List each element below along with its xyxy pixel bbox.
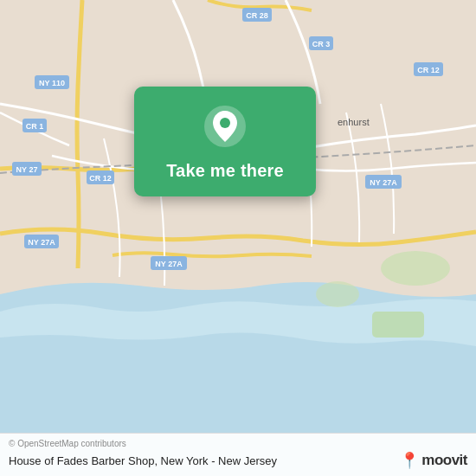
map-background: CR 28 NY 110 CR 3 CR 12 CR 47 CR 1 NY 27… [0,0,476,476]
svg-point-1 [381,251,450,286]
svg-text:NY 27A: NY 27A [28,238,55,247]
take-me-there-card[interactable]: Take me there [134,87,316,196]
bottom-bar: © OpenStreetMap contributors House of Fa… [0,433,476,476]
svg-text:CR 12: CR 12 [89,174,112,183]
svg-point-29 [220,118,230,128]
svg-text:NY 27: NY 27 [16,165,38,174]
svg-text:NY 27A: NY 27A [370,178,397,187]
svg-text:enhurst: enhurst [338,117,370,127]
svg-rect-3 [372,312,424,338]
svg-text:CR 1: CR 1 [26,122,44,131]
place-label: House of Fades Barber Shop, New York - N… [9,454,277,467]
svg-text:CR 28: CR 28 [246,11,268,20]
svg-text:NY 110: NY 110 [39,79,65,87]
svg-text:NY 27A: NY 27A [155,260,183,268]
moovit-brand-text: moovit [421,452,467,469]
svg-point-2 [316,281,359,307]
location-pin-icon [203,104,248,149]
map-attribution: © OpenStreetMap contributors [9,439,467,448]
svg-text:CR 12: CR 12 [417,66,440,74]
svg-text:CR 3: CR 3 [312,40,331,48]
map-container: CR 28 NY 110 CR 3 CR 12 CR 47 CR 1 NY 27… [0,0,476,476]
bottom-info: House of Fades Barber Shop, New York - N… [9,452,467,469]
moovit-pin-icon: 📍 [400,453,419,468]
moovit-logo: 📍 moovit [400,452,467,469]
take-me-there-button[interactable]: Take me there [166,161,284,181]
